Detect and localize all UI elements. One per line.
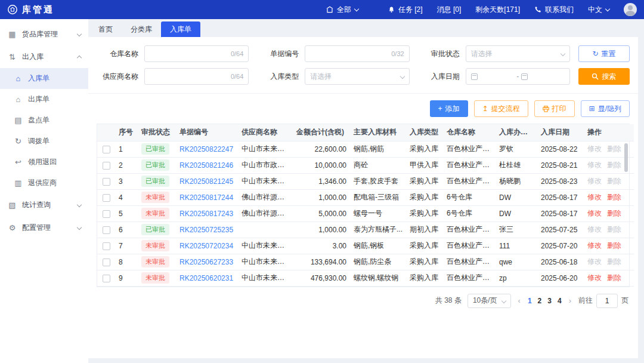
- sidebar-group-1[interactable]: ⇅出入库: [0, 45, 88, 68]
- sidebar-group-label: 配置管理: [22, 223, 51, 233]
- topbar-right: 全部 任务 [2] 消息 [0] 剩余天数[171] 联系我们 中文: [326, 3, 637, 16]
- handler-cell: 张三: [496, 222, 537, 238]
- prev-page-icon[interactable]: ‹: [517, 296, 522, 305]
- tasks-link[interactable]: 任务 [2]: [388, 5, 423, 15]
- user-avatar[interactable]: [624, 3, 637, 16]
- date-cell: 2025-06-20: [537, 270, 584, 286]
- row-checkbox[interactable]: [103, 275, 110, 282]
- approval-status-select[interactable]: 请选择: [466, 45, 570, 62]
- sidebar-item-1-4[interactable]: ↩领用退回: [0, 152, 88, 173]
- doc-number-link[interactable]: RK20250822247: [179, 145, 233, 153]
- goto-page: 前往 页: [578, 294, 628, 308]
- print-button[interactable]: 打印: [534, 100, 575, 117]
- doc-number-link[interactable]: RK20250821245: [179, 177, 233, 186]
- operations-cell: 修改删除: [584, 189, 634, 205]
- total-count-label: 共 38 条: [435, 296, 462, 306]
- scope-selector[interactable]: 全部: [326, 5, 358, 15]
- column-header: 供应商名称: [238, 124, 293, 141]
- row-checkbox[interactable]: [103, 210, 110, 218]
- doc-number-link[interactable]: RK20250620231: [179, 274, 233, 282]
- sidebar-item-1-2[interactable]: ▤盘点单: [0, 110, 88, 131]
- language-label: 中文: [588, 5, 602, 15]
- row-checkbox[interactable]: [103, 194, 110, 202]
- supplier-cell: 中山市未来之...: [238, 270, 293, 286]
- doc-number-input[interactable]: 0/32: [305, 45, 409, 62]
- char-counter: 0/32: [391, 50, 404, 57]
- sidebar-item-label: 出库单: [28, 94, 49, 104]
- sidebar-item-1-1[interactable]: ⌂出库单: [0, 89, 88, 110]
- sidebar-item-1-0[interactable]: ⌂入库单: [0, 68, 88, 89]
- page-size-select[interactable]: 10条/页: [467, 294, 511, 308]
- date-range-picker[interactable]: -: [466, 68, 570, 85]
- supplier-cell: [238, 222, 293, 238]
- content-card: 仓库名称 0/64 单据编号 0/32 审批状态 请选择: [88, 37, 638, 358]
- language-selector[interactable]: 中文: [588, 5, 609, 15]
- messages-link[interactable]: 消息 [0]: [437, 5, 462, 15]
- show-hide-columns-button[interactable]: ⊞ 显/隐列: [581, 100, 630, 117]
- goto-page-input[interactable]: [596, 294, 618, 308]
- submit-flow-button[interactable]: ↥ 提交流程: [474, 100, 528, 117]
- calendar-icon: [471, 73, 478, 80]
- warehouse-cell: 6号仓库: [443, 189, 496, 205]
- doc-number-link[interactable]: RK20250821246: [179, 161, 233, 170]
- delete-link: 删除: [607, 144, 621, 153]
- delete-link: 删除: [607, 225, 621, 233]
- search-button[interactable]: 搜索: [578, 68, 630, 85]
- warehouse-name-input[interactable]: 0/64: [144, 45, 249, 62]
- vertical-scrollbar-thumb[interactable]: [624, 143, 628, 172]
- row-checkbox[interactable]: [103, 242, 110, 250]
- sidebar-group-0[interactable]: ▦货品库管理: [0, 23, 88, 45]
- delete-link[interactable]: 删除: [607, 273, 621, 282]
- table-container: 序号审批状态单据编号供应商名称金额合计(含税)主要入库材料入库类型仓库名称入库办…: [88, 124, 638, 287]
- doc-number-link[interactable]: RK20250720234: [179, 242, 233, 250]
- row-checkbox[interactable]: [103, 162, 110, 170]
- doc-number-link[interactable]: RK20250817243: [179, 210, 233, 218]
- supplier-name-input[interactable]: 0/64: [144, 68, 249, 85]
- edit-link: 修改: [587, 177, 602, 185]
- reset-button[interactable]: ↻ 重置: [578, 45, 630, 62]
- delete-link[interactable]: 删除: [607, 241, 621, 250]
- approval-status-cell: 未审批: [138, 254, 176, 270]
- doc-number-cell: RK20250821246: [176, 157, 238, 173]
- add-button[interactable]: + 添加: [430, 100, 468, 117]
- sidebar-item-label: 调拨单: [28, 136, 49, 146]
- doc-number-link[interactable]: RK20250627233: [179, 258, 233, 266]
- contact-us-link[interactable]: 联系我们: [534, 5, 574, 15]
- search-button-label: 搜索: [602, 72, 616, 82]
- page-number-2[interactable]: 2: [538, 297, 542, 305]
- row-index-cell: 1: [115, 141, 138, 157]
- delete-link[interactable]: 删除: [607, 193, 621, 201]
- in-out-stock-icon: ⇅: [7, 53, 17, 61]
- settings-icon: ⚙: [7, 223, 17, 232]
- inbound-type-label: 入库类型: [257, 72, 299, 82]
- sidebar-menu: ▦货品库管理⇅出入库⌂入库单⌂出库单▤盘点单↻调拨单↩领用退回▥退供应商▧统计查…: [0, 19, 88, 363]
- sidebar-item-1-3[interactable]: ↻调拨单: [0, 131, 88, 152]
- doc-number-link[interactable]: RK20250725235: [179, 226, 233, 234]
- sidebar-item-1-5[interactable]: ▥退供应商: [0, 173, 88, 193]
- page-number-1[interactable]: 1: [528, 297, 532, 305]
- next-page-icon[interactable]: ›: [568, 296, 572, 305]
- tab-2[interactable]: 入库单: [161, 21, 200, 37]
- edit-link[interactable]: 修改: [587, 193, 602, 201]
- delete-link[interactable]: 删除: [607, 209, 621, 217]
- row-checkbox[interactable]: [103, 259, 110, 266]
- date-cell: 2025-08-23: [537, 173, 584, 189]
- inbound-type-select[interactable]: 请选择: [305, 68, 409, 85]
- doc-number-link[interactable]: RK20250817244: [179, 193, 233, 202]
- amount-cell: 1,000.00: [293, 189, 350, 205]
- sidebar-group-2[interactable]: ▧统计查询: [0, 193, 88, 216]
- tab-1[interactable]: 分类库: [122, 21, 161, 37]
- page-number-3[interactable]: 3: [547, 297, 552, 305]
- row-index-cell: 5: [115, 205, 138, 222]
- row-checkbox[interactable]: [103, 178, 110, 186]
- tab-0[interactable]: 首页: [89, 21, 122, 37]
- edit-link[interactable]: 修改: [587, 273, 602, 282]
- row-checkbox[interactable]: [103, 146, 110, 153]
- inbound-type-cell: 采购入库: [406, 270, 443, 286]
- edit-link[interactable]: 修改: [587, 241, 602, 250]
- sidebar-group-3[interactable]: ⚙配置管理: [0, 216, 88, 239]
- row-checkbox[interactable]: [103, 226, 110, 234]
- sidebar-group-label: 出入库: [22, 52, 44, 62]
- page-number-4[interactable]: 4: [558, 297, 562, 305]
- edit-link[interactable]: 修改: [587, 209, 602, 217]
